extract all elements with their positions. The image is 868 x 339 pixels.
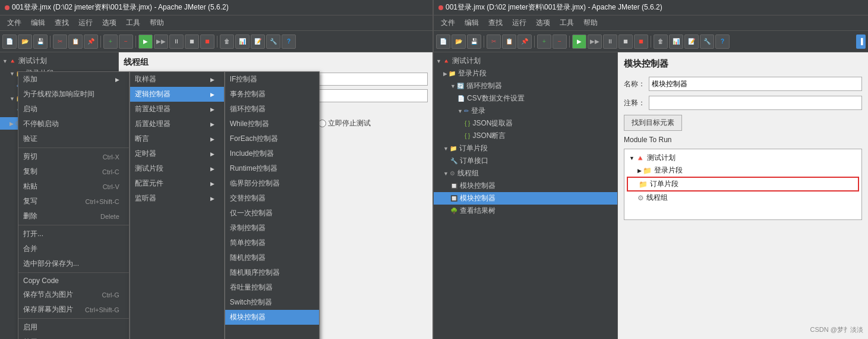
ctx-record-ctrl[interactable]: 录制控制器 [225,221,319,236]
mt-order-seg[interactable]: 📁 订单片段 [627,177,859,192]
r-tree-login-seg[interactable]: ▶ 📁 登录片段 [434,67,617,80]
r-tree-module-ctrl-2[interactable]: 🔲 模块控制器 [434,192,617,205]
tb-stopall[interactable]: ⏹ [200,34,214,49]
tb-help[interactable]: ? [282,34,296,49]
tb-template[interactable]: 📝 [251,34,265,49]
r-tree-order-api[interactable]: 🔧 订单接口 [434,155,617,167]
r-tb-stop[interactable]: ⏹ [618,34,633,49]
tb-add[interactable]: + [103,34,118,49]
r-tree-result-tree[interactable]: 🌳 查看结果树 [434,205,617,217]
find-target-btn[interactable]: 找到目标元素 [624,115,682,131]
tb-copy[interactable]: 📋 [68,34,83,49]
radio-stop-now[interactable]: 立即停止测试 [318,118,371,128]
ctx-paste[interactable]: 粘贴 Ctrl-V [18,179,129,194]
r-tree-thread-group[interactable]: ▼ ⚙ 线程组 [434,167,617,180]
tb-remote[interactable]: 🔧 [266,34,280,49]
tb-paste[interactable]: 📌 [84,34,98,49]
ctx-save-selection[interactable]: 选中部分保存为... [18,256,129,271]
r-menu-help[interactable]: 帮助 [579,17,602,29]
ctx-listener[interactable]: 监听器 ▶ [130,191,224,206]
r-tb-cut[interactable]: ✂ [487,34,501,49]
tb-open[interactable]: 📂 [18,34,32,49]
ctx-start[interactable]: 启动 [18,102,129,117]
r-menu-run[interactable]: 运行 [507,17,531,29]
mt-thread-group[interactable]: ⚙ 线程组 [627,192,859,204]
ctx-once-ctrl[interactable]: 仅一次控制器 [225,206,319,221]
r-tb-paste[interactable]: 📌 [517,34,532,49]
tb-report[interactable]: 📊 [235,34,250,49]
r-tb-extra[interactable]: ▐ [856,34,866,49]
ctx-sampler[interactable]: 取样器 ▶ [130,72,224,87]
ctx-delete[interactable]: 删除 Delete [18,209,129,224]
ctx-runtime-ctrl[interactable]: Runtime控制器 [225,161,319,176]
r-tb-remove[interactable]: − [553,34,567,49]
ctx-disable[interactable]: 禁用 [18,335,129,339]
ctx-open[interactable]: 打开... [18,227,129,241]
ctx-foreach-ctrl[interactable]: ForEach控制器 [225,131,319,146]
tb-pause[interactable]: ⏸ [169,34,184,49]
tb-stop[interactable]: ⏹ [185,34,199,49]
tb-cut[interactable]: ✂ [53,34,67,49]
ctx-while-ctrl[interactable]: While控制器 [225,117,319,131]
tb-clear[interactable]: 🗑 [220,34,234,49]
menu-find[interactable]: 查找 [50,17,74,29]
r-tb-template[interactable]: 📝 [684,34,699,49]
r-menu-tools[interactable]: 工具 [555,17,579,29]
ctx-module-ctrl[interactable]: 模块控制器 [225,310,319,325]
ctx-overwrite[interactable]: 复写 Ctrl+Shift-C [18,194,129,209]
menu-tools[interactable]: 工具 [121,17,145,29]
ctx-start-no-pause[interactable]: 不停帧启动 [18,117,129,131]
ctx-throughput-ctrl[interactable]: 吞吐量控制器 [225,280,319,295]
r-menu-find[interactable]: 查找 [484,17,507,29]
ctx-logic-ctrl[interactable]: 逻辑控制器 ▶ [130,87,224,102]
ctx-add-response[interactable]: 为子线程添加响应时间 [18,87,129,102]
ctx-config-element[interactable]: 配置元件 ▶ [130,176,224,191]
ctx-transaction-ctrl[interactable]: 事务控制器 [225,87,319,102]
ctx-copy-code[interactable]: Copy Code [18,274,129,287]
r-comment-input[interactable] [649,96,862,110]
r-tree-order-seg[interactable]: ▼ 📁 订单片段 [434,142,617,155]
menu-run[interactable]: 运行 [74,17,97,29]
r-tree-csv[interactable]: 📄 CSV数据文件设置 [434,92,617,105]
ctx-random-order-ctrl[interactable]: 随机顺序控制器 [225,265,319,280]
ctx-interleave-ctrl[interactable]: 交替控制器 [225,191,319,206]
menu-options[interactable]: 选项 [97,17,121,29]
r-tb-add[interactable]: + [537,34,551,49]
tb-save[interactable]: 💾 [33,34,48,49]
r-tb-pause[interactable]: ⏸ [603,34,617,49]
r-tree-plan[interactable]: ▼ 🔺 测试计划 [434,55,617,67]
ctx-pre-processor[interactable]: 前置处理器 ▶ [130,102,224,117]
ctx-include-ctrl[interactable]: Include控制器 [225,146,319,161]
ctx-random-ctrl[interactable]: 随机控制器 [225,250,319,265]
mt-plan[interactable]: ▼ 🔺 测试计划 [627,152,859,164]
ctx-verify[interactable]: 验证 [18,131,129,146]
r-tb-help[interactable]: ? [715,34,730,49]
menu-help[interactable]: 帮助 [145,17,169,29]
r-tb-copy[interactable]: 📋 [502,34,516,49]
ctx-cut[interactable]: 剪切 Ctrl-X [18,149,129,164]
r-tb-run[interactable]: ▶ [572,34,586,49]
r-tb-clear[interactable]: 🗑 [654,34,668,49]
ctx-test-fragment[interactable]: 测试片段 ▶ [130,161,224,176]
tree-item-plan[interactable]: ▼ 🔺 测试计划 [0,55,118,67]
ctx-add[interactable]: 添加 ▶ [18,72,129,87]
tb-remove[interactable]: − [119,34,133,49]
tb-new[interactable]: 📄 [2,34,17,49]
tb-runsel[interactable]: ▶▶ [154,34,168,49]
ctx-merge[interactable]: 合并 [18,241,129,256]
r-name-input[interactable] [649,77,862,91]
ctx-simple-ctrl[interactable]: 简单控制器 [225,236,319,250]
radio-stop-now-input[interactable] [318,120,326,127]
mt-login-seg[interactable]: ▶ 📁 登录片段 [627,164,859,177]
r-tb-remote[interactable]: 🔧 [700,34,714,49]
ctx-copy[interactable]: 复制 Ctrl-C [18,164,129,179]
ctx-loop-ctrl[interactable]: 循环控制器 [225,102,319,117]
r-tb-open[interactable]: 📂 [452,34,466,49]
r-tree-loop-ctrl[interactable]: ▼ 🔄 循环控制器 [434,80,617,92]
r-tree-json-extractor[interactable]: { } JSON提取器 [434,117,617,130]
r-menu-file[interactable]: 文件 [436,17,460,29]
ctx-post-processor[interactable]: 后置处理器 ▶ [130,117,224,131]
r-tree-json-assert[interactable]: { } JSON断言 [434,130,617,142]
r-tb-runsel[interactable]: ▶▶ [588,34,602,49]
ctx-timer[interactable]: 定时器 ▶ [130,146,224,161]
